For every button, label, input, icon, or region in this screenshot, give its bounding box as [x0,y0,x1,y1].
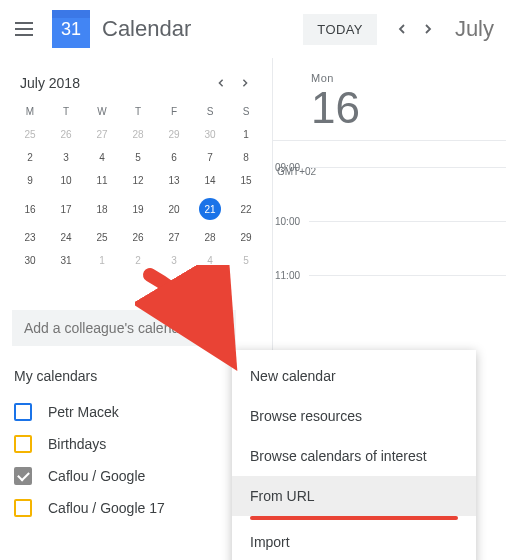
time-label: 09:00 [275,162,300,173]
calendar-item[interactable]: Petr Macek [12,396,264,428]
mini-cal-day[interactable]: 28 [192,226,228,249]
mini-cal-day[interactable]: 29 [228,226,264,249]
mini-cal-day[interactable]: 14 [192,169,228,192]
day-header: Mon 16 [273,58,506,141]
calendar-checkbox[interactable] [14,435,32,453]
popup-item[interactable]: New calendar [232,356,476,396]
calendar-logo[interactable]: 31 [52,10,90,48]
mini-cal-day[interactable]: 1 [84,249,120,272]
app-title: Calendar [102,16,191,42]
add-colleague-input[interactable] [12,310,236,346]
time-label: 11:00 [275,270,300,281]
mini-cal-day[interactable]: 16 [12,192,48,226]
calendar-list: Petr MacekBirthdaysCaflou / GoogleCaflou… [12,396,264,524]
mini-cal-day[interactable]: 26 [48,123,84,146]
calendar-checkbox[interactable] [14,403,32,421]
popup-item[interactable]: Browse calendars of interest [232,436,476,476]
mini-cal-day[interactable]: 13 [156,169,192,192]
time-row[interactable]: 11:00 [309,275,506,329]
mini-prev-month-button[interactable] [210,72,232,94]
mini-cal-day-header: F [156,100,192,123]
mini-cal-day[interactable]: 18 [84,192,120,226]
mini-cal-day[interactable]: 1 [228,123,264,146]
mini-cal-day[interactable]: 30 [192,123,228,146]
mini-cal-day[interactable]: 2 [12,146,48,169]
mini-cal-day[interactable]: 20 [156,192,192,226]
mini-cal-day[interactable]: 12 [120,169,156,192]
mini-cal-day[interactable]: 23 [12,226,48,249]
mini-cal-day[interactable]: 3 [48,146,84,169]
mini-cal-day[interactable]: 15 [228,169,264,192]
calendar-item[interactable]: Caflou / Google 17 [12,492,264,524]
time-row[interactable]: 09:00 [309,167,506,221]
mini-cal-day-header: S [228,100,264,123]
mini-cal-day-header: S [192,100,228,123]
time-label: 10:00 [275,216,300,227]
mini-cal-day-header: W [84,100,120,123]
current-month-label: July [455,16,494,42]
mini-cal-day[interactable]: 2 [120,249,156,272]
calendar-label: Caflou / Google 17 [48,500,165,516]
mini-cal-day[interactable]: 3 [156,249,192,272]
mini-calendar-nav [210,72,256,94]
mini-cal-day[interactable]: 9 [12,169,48,192]
mini-cal-day[interactable]: 31 [48,249,84,272]
day-number[interactable]: 16 [311,84,506,132]
annotation-underline [250,516,458,520]
mini-cal-day[interactable]: 24 [48,226,84,249]
calendar-checkbox[interactable] [14,499,32,517]
calendar-label: Caflou / Google [48,468,145,484]
app-header: 31 Calendar TODAY July [0,0,506,58]
calendar-checkbox[interactable] [14,467,32,485]
mini-cal-day-header: T [48,100,84,123]
time-grid[interactable]: 09:0010:0011:00 [309,167,506,329]
mini-cal-day[interactable]: 5 [120,146,156,169]
time-row[interactable]: 10:00 [309,221,506,275]
mini-cal-day[interactable]: 28 [120,123,156,146]
mini-cal-day[interactable]: 17 [48,192,84,226]
mini-cal-day[interactable]: 4 [84,146,120,169]
mini-cal-day-header: T [120,100,156,123]
add-calendar-popup: New calendarBrowse resourcesBrowse calen… [232,350,476,560]
calendar-item[interactable]: Caflou / Google [12,460,264,492]
mini-cal-day[interactable]: 26 [120,226,156,249]
prev-period-button[interactable] [389,16,415,42]
date-nav [389,16,441,42]
mini-cal-day[interactable]: 10 [48,169,84,192]
mini-cal-day[interactable]: 5 [228,249,264,272]
calendar-item[interactable]: Birthdays [12,428,264,460]
next-period-button[interactable] [415,16,441,42]
mini-cal-day[interactable]: 25 [12,123,48,146]
mini-cal-day[interactable]: 11 [84,169,120,192]
mini-cal-day[interactable]: 29 [156,123,192,146]
menu-icon[interactable] [12,17,36,41]
mini-cal-day[interactable]: 22 [228,192,264,226]
calendar-label: Petr Macek [48,404,119,420]
mini-next-month-button[interactable] [234,72,256,94]
mini-calendar: MTWTFSS252627282930123456789101112131415… [12,98,264,282]
calendar-label: Birthdays [48,436,106,452]
mini-cal-day[interactable]: 7 [192,146,228,169]
mini-cal-day[interactable]: 8 [228,146,264,169]
mini-cal-day[interactable]: 30 [12,249,48,272]
mini-calendar-title: July 2018 [20,75,80,91]
popup-item[interactable]: Import [232,522,476,560]
mini-cal-day-header: M [12,100,48,123]
mini-cal-day[interactable]: 21 [192,192,228,226]
today-button[interactable]: TODAY [303,14,377,45]
mini-cal-day[interactable]: 6 [156,146,192,169]
popup-item[interactable]: Browse resources [232,396,476,436]
mini-cal-day[interactable]: 4 [192,249,228,272]
mini-cal-day[interactable]: 25 [84,226,120,249]
mini-calendar-header: July 2018 [12,68,264,98]
mini-cal-day[interactable]: 19 [120,192,156,226]
mini-cal-day[interactable]: 27 [156,226,192,249]
my-calendars-label[interactable]: My calendars [12,368,264,384]
logo-date: 31 [61,19,81,40]
popup-item[interactable]: From URL [232,476,476,516]
mini-cal-day[interactable]: 27 [84,123,120,146]
